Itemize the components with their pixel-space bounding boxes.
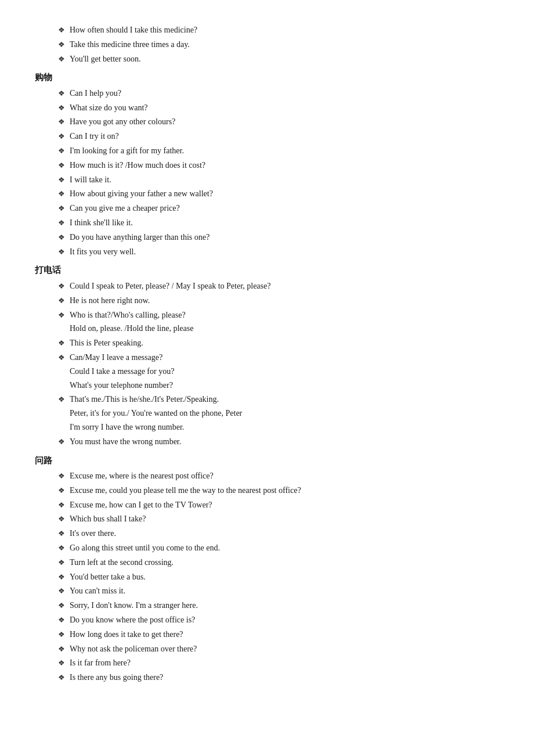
list-item: ❖How much is it? /How much does it cost? (58, 159, 499, 172)
item-text: Could I speak to Peter, please? / May I … (70, 279, 499, 293)
bullet-icon: ❖ (58, 628, 65, 641)
item-text: Go along this street until you come to t… (70, 541, 499, 555)
list-item: ❖He is not here right now. (58, 294, 499, 308)
bullet-icon: ❖ (58, 337, 65, 350)
bullet-icon: ❖ (58, 513, 65, 525)
item-text: You must have the wrong number. (70, 435, 499, 449)
bullet-icon: ❖ (58, 53, 65, 66)
bullet-icon: ❖ (58, 585, 65, 597)
list-item: ❖How often should I take this medicine? (58, 23, 499, 37)
item-text: Can I help you? (70, 87, 499, 100)
item-line: Turn left at the second crossing. (70, 556, 499, 570)
list-item: ❖You can't miss it. (58, 584, 499, 598)
item-line: Can I help you? (70, 87, 499, 100)
list-container: ❖How often should I take this medicine?❖… (35, 23, 499, 66)
item-line: Excuse me, where is the nearest post off… (70, 469, 499, 483)
item-text: This is Peter speaking. (70, 336, 499, 350)
bullet-icon: ❖ (58, 145, 65, 157)
bullet-icon: ❖ (58, 527, 65, 540)
list-container: ❖Can I help you?❖What size do you want?❖… (35, 87, 499, 259)
list-item: ❖You'll get better soon. (58, 52, 499, 66)
item-text: You'd better take a bus. (70, 570, 499, 584)
item-text: He is not here right now. (70, 294, 499, 308)
list-item: ❖I'm looking for a gift for my father. (58, 144, 499, 158)
item-text: Is it far from here? (70, 656, 499, 670)
list-item: ❖Can/May I leave a message?Could I take … (58, 351, 499, 392)
list-item: ❖Sorry, I don't know. I'm a stranger her… (58, 599, 499, 613)
item-line: I'm sorry I have the wrong number. (70, 420, 499, 434)
bullet-icon: ❖ (58, 280, 65, 293)
item-line: Excuse me, could you please tell me the … (70, 484, 499, 498)
item-line: Who is that?/Who's calling, please? (70, 308, 499, 322)
list-item: ❖This is Peter speaking. (58, 336, 499, 350)
item-text: I think she'll like it. (70, 216, 499, 230)
item-text: Excuse me, could you please tell me the … (70, 484, 499, 498)
bullet-icon: ❖ (58, 231, 65, 244)
item-text: You'll get better soon. (70, 52, 499, 66)
item-text: Can you give me a cheaper price? (70, 201, 499, 215)
bullet-icon: ❖ (58, 393, 65, 406)
item-text: I'm looking for a gift for my father. (70, 144, 499, 158)
bullet-icon: ❖ (58, 643, 65, 656)
bullet-icon: ❖ (58, 188, 65, 200)
item-text: How often should I take this medicine? (70, 23, 499, 37)
list-item: ❖Can you give me a cheaper price? (58, 201, 499, 215)
item-line: This is Peter speaking. (70, 336, 499, 350)
item-text: Do you know where the post office is? (70, 613, 499, 627)
item-line: Can you give me a cheaper price? (70, 201, 499, 215)
item-text: That's me./This is he/she./It's Peter./S… (70, 393, 499, 434)
list-item: ❖I think she'll like it. (58, 216, 499, 230)
bullet-icon: ❖ (58, 217, 65, 229)
list-item: ❖How about giving your father a new wall… (58, 187, 499, 201)
bullet-icon: ❖ (58, 159, 65, 172)
item-line: Can/May I leave a message? (70, 351, 499, 365)
section-title: 购物 (35, 70, 499, 85)
item-line: Can I try it on? (70, 129, 499, 143)
item-line: How about giving your father a new walle… (70, 187, 499, 201)
main-content: ❖How often should I take this medicine?❖… (35, 23, 499, 685)
item-line: What size do you want? (70, 101, 499, 115)
item-line: That's me./This is he/she./It's Peter./S… (70, 393, 499, 406)
bullet-icon: ❖ (58, 246, 65, 258)
item-line: Sorry, I don't know. I'm a stranger here… (70, 599, 499, 613)
item-line: Is there any bus going there? (70, 671, 499, 685)
item-text: Sorry, I don't know. I'm a stranger here… (70, 599, 499, 613)
item-line: I think she'll like it. (70, 216, 499, 230)
item-line: How much is it? /How much does it cost? (70, 159, 499, 172)
item-line: He is not here right now. (70, 294, 499, 308)
item-line: I will take it. (70, 173, 499, 187)
bullet-icon: ❖ (58, 435, 65, 448)
item-text: Excuse me, how can I get to the TV Tower… (70, 498, 499, 512)
bullet-icon: ❖ (58, 87, 65, 100)
list-item: ❖Why not ask the policeman over there? (58, 642, 499, 656)
item-line: Which bus shall I take? (70, 512, 499, 526)
item-text: I will take it. (70, 173, 499, 187)
item-line: It fits you very well. (70, 245, 499, 259)
bullet-icon: ❖ (58, 309, 65, 322)
bullet-icon: ❖ (58, 202, 65, 215)
bullet-icon: ❖ (58, 38, 65, 51)
section-title: 打电话 (35, 263, 499, 278)
list-item: ❖Do you have anything larger than this o… (58, 231, 499, 244)
list-item: ❖Which bus shall I take? (58, 512, 499, 526)
item-text: Who is that?/Who's calling, please?Hold … (70, 308, 499, 336)
list-item: ❖Do you know where the post office is? (58, 613, 499, 627)
list-item: ❖It fits you very well. (58, 245, 499, 259)
item-text: Can/May I leave a message?Could I take a… (70, 351, 499, 392)
bullet-icon: ❖ (58, 102, 65, 114)
item-line: You'd better take a bus. (70, 570, 499, 584)
list-item: ❖How long does it take to get there? (58, 628, 499, 642)
item-text: Is there any bus going there? (70, 671, 499, 685)
item-text: Which bus shall I take? (70, 512, 499, 526)
bullet-icon: ❖ (58, 24, 65, 37)
item-text: How long does it take to get there? (70, 628, 499, 642)
item-text: It's over there. (70, 527, 499, 541)
list-item: ❖Excuse me, where is the nearest post of… (58, 469, 499, 483)
item-line: Do you have anything larger than this on… (70, 231, 499, 244)
list-item: ❖What size do you want? (58, 101, 499, 115)
bullet-icon: ❖ (58, 470, 65, 483)
item-line: I'm looking for a gift for my father. (70, 144, 499, 158)
item-line: How often should I take this medicine? (70, 23, 499, 37)
bullet-icon: ❖ (58, 599, 65, 612)
item-line: You can't miss it. (70, 584, 499, 598)
